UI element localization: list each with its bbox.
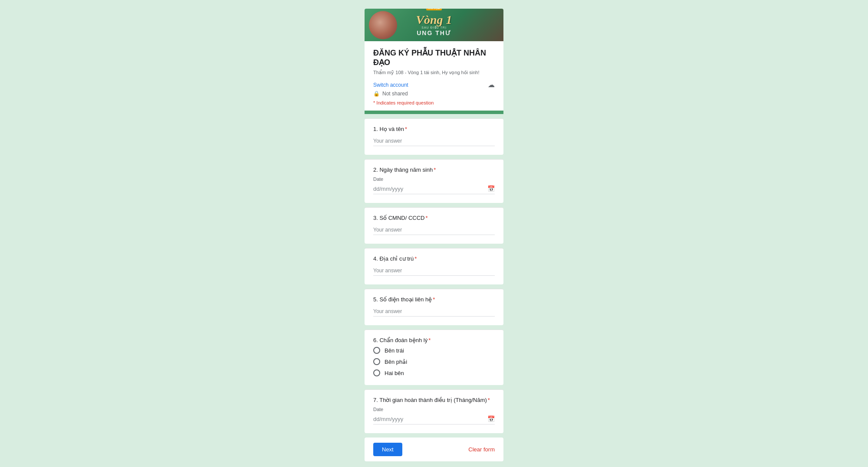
q1-required-star: *: [405, 126, 407, 132]
question-3-label: 3. Số CMND/ CCCD*: [373, 215, 495, 221]
calendar-icon[interactable]: 📅: [487, 185, 495, 192]
not-shared-row: 🔒 Not shared: [373, 91, 495, 97]
q6-radio-group: Bên trái Bên phải Hai bên: [373, 347, 495, 376]
question-7-label: 7. Thời gian hoàn thành điều trị (Tháng/…: [373, 397, 495, 403]
q5-answer-input[interactable]: [373, 306, 495, 317]
q6-option-3[interactable]: Hai bên: [373, 369, 495, 376]
question-4-label: 4. Địa chỉ cư trú*: [373, 255, 495, 262]
switch-account-link[interactable]: Switch account: [373, 82, 408, 88]
required-note: * Indicates required question: [373, 100, 495, 105]
question-7-card: 7. Thời gian hoàn thành điều trị (Tháng/…: [365, 389, 503, 433]
q6-option-1[interactable]: Bên trái: [373, 347, 495, 354]
banner-tai-tao-badge: TÁI TẠO: [426, 9, 442, 10]
q6-required-star: *: [428, 337, 431, 343]
q3-answer-input[interactable]: [373, 225, 495, 235]
next-button[interactable]: Next: [373, 443, 402, 456]
q2-date-placeholder: dd/mm/yyyy: [373, 186, 485, 192]
form-subtitle: Thẩm mỹ 108 - Vòng 1 tái sinh, Hy vọng h…: [373, 70, 495, 75]
q6-radio-2[interactable]: [373, 358, 380, 365]
question-6-card: 6. Chẩn đoán bệnh lý* Bên trái Bên phải …: [365, 330, 503, 385]
lock-icon: 🔒: [373, 91, 380, 97]
banner-vong-text: Vòng 1: [416, 14, 452, 26]
q6-option-3-label: Hai bên: [385, 370, 404, 376]
form-header: ĐĂNG KÝ PHẪU THUẬT NHÂN ĐẠO Thẩm mỹ 108 …: [365, 41, 503, 114]
form-footer: Next Clear form: [365, 438, 503, 461]
q7-required-star: *: [488, 397, 490, 403]
q4-required-star: *: [414, 255, 417, 262]
form-container: TÁI TẠO Vòng 1 SAU ĐIỀU TRỊ UNG THƯ ĐĂNG…: [365, 9, 503, 461]
question-5-card: 5. Số điện thoại liên hệ*: [365, 289, 503, 325]
form-banner: TÁI TẠO Vòng 1 SAU ĐIỀU TRỊ UNG THƯ: [365, 9, 503, 41]
clear-form-button[interactable]: Clear form: [468, 446, 495, 453]
not-shared-text: Not shared: [382, 91, 408, 97]
q7-sublabel: Date: [373, 407, 495, 412]
cloud-icon: ☁: [488, 81, 495, 89]
question-3-card: 3. Số CMND/ CCCD*: [365, 207, 503, 244]
q2-date-input-row[interactable]: dd/mm/yyyy 📅: [373, 183, 495, 194]
q6-radio-3[interactable]: [373, 369, 380, 376]
question-1-card: 1. Họ và tên*: [365, 118, 503, 155]
q6-option-1-label: Bên trái: [385, 347, 404, 354]
banner-text-area: TÁI TẠO Vòng 1 SAU ĐIỀU TRỊ UNG THƯ: [416, 14, 452, 36]
question-5-label: 5. Số điện thoại liên hệ*: [373, 296, 495, 303]
q6-option-2[interactable]: Bên phải: [373, 358, 495, 365]
q4-answer-input[interactable]: [373, 265, 495, 276]
question-4-card: 4. Địa chỉ cư trú*: [365, 248, 503, 284]
q7-calendar-icon[interactable]: 📅: [487, 415, 495, 422]
page-title: ĐĂNG KÝ PHẪU THUẬT NHÂN ĐẠO: [373, 48, 495, 67]
q5-required-star: *: [433, 296, 435, 303]
q2-sublabel: Date: [373, 176, 495, 182]
q7-date-placeholder: dd/mm/yyyy: [373, 416, 485, 422]
question-2-label: 2. Ngày tháng năm sinh*: [373, 167, 495, 173]
question-2-card: 2. Ngày tháng năm sinh* Date dd/mm/yyyy …: [365, 159, 503, 203]
banner-circle-decoration: [369, 11, 397, 39]
question-1-label: 1. Họ và tên*: [373, 126, 495, 132]
q2-required-star: *: [434, 167, 436, 173]
switch-account-row: Switch account ☁: [373, 81, 495, 89]
q3-required-star: *: [426, 215, 428, 221]
q7-date-input-row[interactable]: dd/mm/yyyy 📅: [373, 414, 495, 425]
q1-answer-input[interactable]: [373, 136, 495, 146]
question-6-label: 6. Chẩn đoán bệnh lý*: [373, 337, 495, 343]
q6-option-2-label: Bên phải: [385, 359, 407, 365]
banner-ung-thu-text: UNG THƯ: [416, 29, 452, 36]
q6-radio-1[interactable]: [373, 347, 380, 354]
